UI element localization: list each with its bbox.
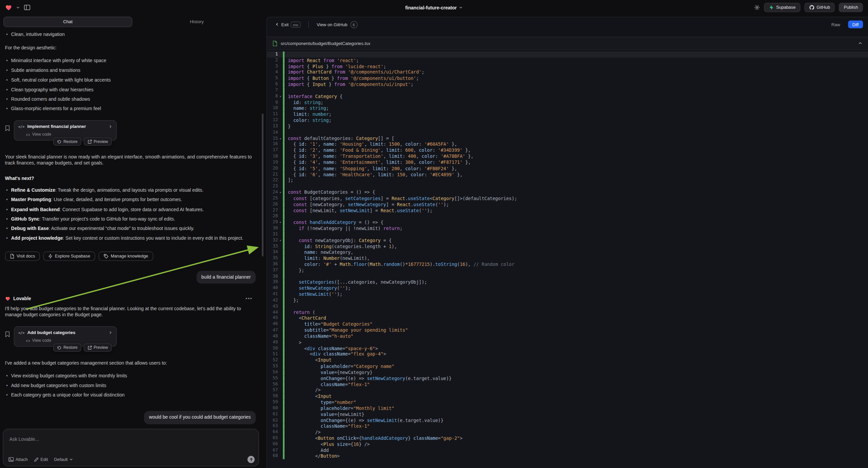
supabase-button[interactable]: Supabase — [764, 3, 801, 12]
collapse-file-icon[interactable] — [858, 41, 862, 45]
fold-chevron-icon[interactable] — [278, 88, 283, 94]
fold-chevron-icon[interactable] — [278, 375, 283, 381]
exit-button[interactable]: Exit esc — [272, 21, 304, 28]
fold-chevron-icon[interactable] — [278, 117, 283, 123]
fold-chevron-icon[interactable] — [278, 69, 283, 76]
chat-input[interactable] — [8, 436, 195, 442]
fold-chevron-icon[interactable] — [278, 297, 283, 303]
fold-chevron-icon[interactable] — [278, 153, 283, 159]
fold-chevron-icon[interactable] — [278, 243, 283, 250]
fold-chevron-icon[interactable] — [278, 51, 283, 57]
view-code-link[interactable]: View code — [26, 132, 113, 137]
bookmark-icon[interactable] — [5, 331, 10, 337]
settings-gear-icon[interactable] — [754, 4, 760, 10]
edit-button[interactable]: Edit — [34, 457, 48, 462]
fold-chevron-icon[interactable] — [278, 346, 283, 351]
fold-chevron-icon[interactable] — [278, 183, 283, 189]
message-options-icon[interactable]: ••• — [242, 295, 256, 302]
fold-chevron-icon[interactable] — [278, 411, 283, 417]
fold-chevron-icon[interactable] — [278, 381, 283, 387]
view-code-link[interactable]: View code — [26, 338, 113, 344]
fold-chevron-icon[interactable] — [278, 123, 283, 129]
fold-chevron-icon[interactable] — [278, 435, 283, 441]
raw-toggle-button[interactable]: Raw — [828, 22, 843, 28]
publish-button[interactable]: Publish — [839, 3, 863, 12]
fold-chevron-icon[interactable] — [278, 310, 283, 316]
attach-button[interactable]: Attach — [8, 457, 28, 462]
fold-chevron-icon[interactable] — [278, 340, 283, 346]
fold-chevron-icon[interactable] — [278, 268, 283, 273]
fold-chevron-icon[interactable] — [278, 315, 283, 321]
code-viewer[interactable]: 12import React from 'react';3import { Pl… — [267, 50, 868, 468]
fold-chevron-icon[interactable]: ▾ — [278, 136, 283, 142]
manage-knowledge-button[interactable]: Manage knowledge — [99, 252, 153, 261]
fold-chevron-icon[interactable] — [278, 207, 283, 213]
fold-chevron-icon[interactable] — [278, 291, 283, 297]
fold-chevron-icon[interactable] — [278, 141, 283, 147]
fold-chevron-icon[interactable] — [278, 147, 283, 153]
fold-chevron-icon[interactable] — [278, 262, 283, 268]
fold-chevron-icon[interactable] — [278, 166, 283, 172]
chat-scrollbar[interactable] — [262, 114, 264, 257]
fold-chevron-icon[interactable] — [278, 63, 283, 69]
fold-chevron-icon[interactable] — [278, 447, 283, 454]
restore-button[interactable]: Restore — [53, 137, 81, 146]
fold-chevron-icon[interactable] — [278, 351, 283, 357]
fold-chevron-icon[interactable] — [278, 256, 283, 262]
fold-chevron-icon[interactable] — [278, 423, 283, 429]
send-button[interactable] — [247, 456, 254, 463]
fold-chevron-icon[interactable] — [278, 226, 283, 232]
explore-supabase-button[interactable]: Explore Supabase — [43, 252, 95, 261]
fold-chevron-icon[interactable]: ▾ — [278, 93, 283, 99]
fold-chevron-icon[interactable] — [278, 400, 283, 406]
fold-chevron-icon[interactable] — [278, 201, 283, 207]
fold-chevron-icon[interactable] — [278, 82, 283, 88]
diff-toggle-button[interactable]: Diff — [848, 21, 863, 28]
fold-chevron-icon[interactable] — [278, 303, 283, 310]
tab-chat[interactable]: Chat — [3, 17, 132, 27]
model-select[interactable]: Default — [54, 457, 73, 462]
restore-button[interactable]: Restore — [53, 344, 81, 352]
github-button[interactable]: GitHub — [804, 3, 835, 12]
workspace-chevron-down-icon[interactable] — [16, 5, 20, 9]
project-switcher[interactable]: financial-future-creator — [405, 5, 463, 10]
fold-chevron-icon[interactable] — [278, 129, 283, 136]
fold-chevron-icon[interactable] — [278, 57, 283, 63]
fold-chevron-icon[interactable] — [278, 333, 283, 340]
fold-chevron-icon[interactable] — [278, 369, 283, 375]
fold-chevron-icon[interactable] — [278, 285, 283, 291]
fold-chevron-icon[interactable] — [278, 441, 283, 447]
fold-chevron-icon[interactable] — [278, 99, 283, 106]
fold-chevron-icon[interactable] — [278, 405, 283, 411]
fold-chevron-icon[interactable] — [278, 195, 283, 201]
fold-chevron-icon[interactable] — [278, 279, 283, 285]
preview-button[interactable]: Preview — [84, 344, 112, 352]
fold-chevron-icon[interactable] — [278, 231, 283, 237]
fold-chevron-icon[interactable]: ▾ — [278, 189, 283, 195]
fold-chevron-icon[interactable] — [278, 393, 283, 400]
fold-chevron-icon[interactable] — [278, 250, 283, 256]
fold-chevron-icon[interactable] — [278, 76, 283, 82]
lovable-logo-icon[interactable] — [5, 4, 12, 11]
preview-button[interactable]: Preview — [84, 137, 112, 146]
tab-history[interactable]: History — [132, 17, 261, 27]
fold-chevron-icon[interactable] — [278, 159, 283, 166]
fold-chevron-icon[interactable] — [278, 321, 283, 327]
fold-chevron-icon[interactable] — [278, 429, 283, 435]
bookmark-icon[interactable] — [5, 125, 10, 131]
fold-chevron-icon[interactable]: ▾ — [278, 220, 283, 226]
fold-chevron-icon[interactable] — [278, 213, 283, 220]
fold-chevron-icon[interactable] — [278, 178, 283, 184]
fold-chevron-icon[interactable] — [278, 357, 283, 363]
fold-chevron-icon[interactable] — [278, 172, 283, 178]
fold-chevron-icon[interactable] — [278, 363, 283, 369]
file-header[interactable]: src/components/budget/BudgetCategories.t… — [267, 37, 868, 50]
sidebar-toggle-icon[interactable] — [24, 4, 31, 10]
fold-chevron-icon[interactable] — [278, 273, 283, 279]
fold-chevron-icon[interactable] — [278, 106, 283, 112]
view-on-github-link[interactable]: View on GitHub 6 — [313, 20, 361, 29]
fold-chevron-icon[interactable]: ▾ — [278, 237, 283, 243]
fold-chevron-icon[interactable] — [278, 417, 283, 423]
visit-docs-button[interactable]: Visit docs — [5, 252, 40, 261]
fold-chevron-icon[interactable] — [278, 453, 283, 459]
